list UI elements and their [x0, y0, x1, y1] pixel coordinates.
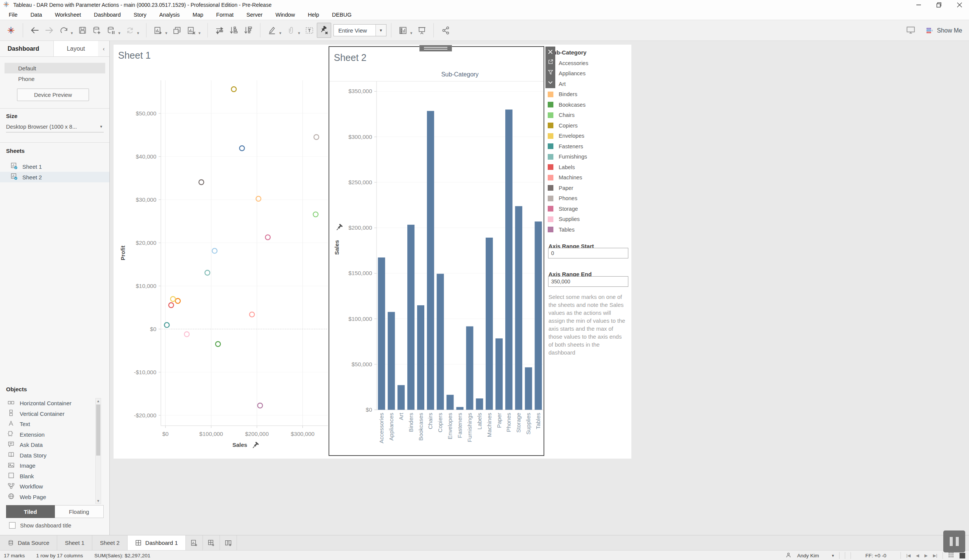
scatter-mark-machines[interactable] [250, 312, 255, 317]
tab-layout[interactable]: Layout [53, 41, 98, 56]
legend-item-fasteners[interactable]: Fasteners [548, 141, 630, 152]
bar-chairs[interactable] [427, 111, 434, 410]
new-dashboard-tab-button[interactable] [203, 535, 220, 550]
redo-caret-icon[interactable]: ▾ [71, 31, 73, 36]
pause-updates-button[interactable] [104, 23, 118, 38]
forward-button[interactable] [42, 23, 57, 38]
close-button[interactable] [956, 1, 964, 9]
grid-view-icon[interactable] [948, 552, 954, 559]
new-data-source-button[interactable] [90, 23, 104, 38]
bar-envelopes[interactable] [447, 395, 454, 410]
bar-labels[interactable] [476, 399, 483, 410]
menu-dashboard[interactable]: Dashboard [87, 10, 127, 20]
sidebar-sheet-sheet1[interactable]: Sheet 1 [0, 161, 109, 172]
scroll-up-icon[interactable]: ▲ [96, 399, 101, 404]
remove-zone-icon[interactable] [545, 47, 555, 57]
axis-range-start-input[interactable] [548, 248, 628, 258]
bar-storage[interactable] [515, 206, 522, 410]
legend-item-accessories[interactable]: Accessories [548, 58, 630, 68]
menu-data[interactable]: Data [24, 10, 48, 20]
scroll-down-icon[interactable]: ▼ [96, 499, 101, 504]
menu-worksheet[interactable]: Worksheet [48, 10, 87, 20]
object-item-data-story[interactable]: Data Story [0, 450, 95, 461]
more-options-caret-icon[interactable] [545, 77, 555, 87]
object-item-workflow[interactable]: Workflow [0, 481, 95, 492]
object-item-blank[interactable]: Blank [0, 471, 95, 482]
bar-art[interactable] [398, 385, 405, 410]
menu-debug[interactable]: DEBUG [326, 10, 358, 20]
duplicate-button[interactable] [170, 23, 184, 38]
scrollbar-thumb[interactable] [96, 404, 100, 455]
clear-sheet-button[interactable] [184, 23, 198, 38]
swap-axes-button[interactable] [212, 23, 227, 38]
scatter-mark-supplies[interactable] [184, 332, 189, 337]
legend-item-bookcases[interactable]: Bookcases [548, 100, 630, 110]
legend-item-labels[interactable]: Labels [548, 162, 630, 173]
legend-item-storage[interactable]: Storage [548, 204, 630, 214]
menu-story[interactable]: Story [127, 10, 153, 20]
scatter-mark-envelopes[interactable] [171, 297, 176, 302]
sheet1-zone[interactable]: Sheet 1 -$20,000-$10,000$0$10,000$20,000… [113, 45, 328, 456]
new-story-tab-button[interactable] [220, 535, 237, 550]
nav-last-icon[interactable]: ▶| [933, 553, 937, 558]
tab-dashboard-1[interactable]: Dashboard 1 [128, 535, 186, 550]
bar-machines[interactable] [486, 238, 493, 410]
bar-bookcases[interactable] [417, 305, 424, 410]
scatter-mark-phones[interactable] [314, 135, 319, 140]
bar-paper[interactable] [496, 338, 503, 410]
legend-item-tables[interactable]: Tables [548, 224, 630, 235]
show-cards-caret-icon[interactable]: ▾ [410, 31, 413, 36]
filter-icon[interactable] [545, 67, 555, 77]
nav-prev-icon[interactable]: ◀ [916, 553, 919, 558]
legend-item-phones[interactable]: Phones [548, 193, 630, 204]
refresh-button[interactable] [123, 23, 137, 38]
tab-sheet-1[interactable]: Sheet 1 [57, 535, 92, 550]
save-button[interactable] [75, 23, 90, 38]
bar-copiers[interactable] [437, 274, 444, 410]
menu-map[interactable]: Map [186, 10, 210, 20]
floating-button[interactable]: Floating [55, 505, 104, 518]
bar-supplies[interactable] [525, 367, 532, 410]
size-dropdown[interactable]: Desktop Browser (1000 x 8... ▾ [6, 121, 104, 133]
legend-item-paper[interactable]: Paper [548, 183, 630, 193]
scatter-mark-chairs[interactable] [313, 212, 318, 217]
bar-tables[interactable] [535, 221, 542, 410]
scatter-mark-fasteners[interactable] [164, 322, 169, 327]
scatter-mark-accessories[interactable] [240, 146, 245, 151]
bar-accessories[interactable] [378, 258, 385, 410]
fit-caret-icon[interactable]: ▾ [375, 25, 386, 36]
tiled-button[interactable]: Tiled [6, 505, 55, 518]
bar-appliances[interactable] [388, 312, 395, 410]
menu-file[interactable]: File [2, 10, 24, 20]
scatter-mark-storage[interactable] [265, 235, 270, 240]
show-mark-labels-button[interactable] [303, 23, 317, 38]
legend-item-chairs[interactable]: Chairs [548, 110, 630, 121]
menu-help[interactable]: Help [301, 10, 326, 20]
scatter-mark-tables[interactable] [258, 403, 263, 408]
legend-item-machines[interactable]: Machines [548, 173, 630, 183]
device-preview-button[interactable]: Device Preview [17, 88, 89, 101]
show-me-button[interactable]: Show Me [926, 27, 962, 35]
redo-button[interactable] [57, 23, 71, 38]
object-item-web-page[interactable]: Web Page [0, 492, 95, 502]
show-hide-cards-button[interactable] [396, 23, 410, 38]
tab-dashboard[interactable]: Dashboard [0, 41, 53, 56]
back-button[interactable] [28, 23, 42, 38]
fix-axes-button[interactable] [317, 23, 331, 38]
legend-item-binders[interactable]: Binders [548, 89, 630, 100]
zone-move-handle[interactable] [420, 45, 452, 52]
menu-format[interactable]: Format [210, 10, 240, 20]
tab-sheet-2[interactable]: Sheet 2 [92, 535, 128, 550]
object-item-image[interactable]: Image [0, 460, 95, 471]
film-strip-icon[interactable] [959, 553, 965, 558]
legend-item-appliances[interactable]: Appliances [548, 68, 630, 79]
sort-ascending-button[interactable] [227, 23, 241, 38]
collapse-pane-icon[interactable]: ‹ [98, 41, 109, 56]
legend-item-furnishings[interactable]: Furnishings [548, 152, 630, 162]
scatter-mark-copiers[interactable] [231, 86, 236, 91]
highlight-button[interactable] [265, 23, 279, 38]
bar-phones[interactable] [505, 110, 513, 410]
legend-item-art[interactable]: Art [548, 79, 630, 89]
new-worksheet-button[interactable] [151, 23, 165, 38]
device-item-phone[interactable]: Phone [5, 73, 105, 84]
